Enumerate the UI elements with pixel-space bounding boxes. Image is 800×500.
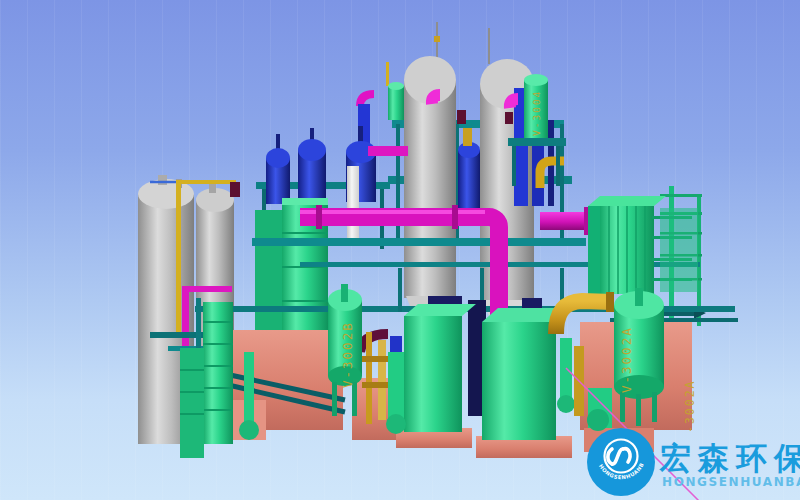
blue-vessel-cluster — [255, 126, 390, 334]
tag-v3002a: V-3002A — [619, 326, 634, 393]
plant-model-scene: V-3002B V-3002A -3002A V-3004 HONGSENHUA… — [0, 0, 800, 500]
tag-v3004: V-3004 — [531, 90, 542, 136]
green-tanks-bottom — [404, 304, 572, 440]
logo-circle-icon — [587, 428, 655, 496]
logo-chinese-name: 宏森环保 — [659, 440, 800, 476]
tag-3002a: -3002A — [683, 379, 697, 433]
logo-english-name: HONGSENHUANBAO — [662, 475, 800, 489]
cad-3d-viewport: V-3002B V-3002A -3002A V-3004 HONGSENHUA… — [0, 0, 800, 500]
tag-v3002b: V-3002B — [340, 321, 355, 388]
